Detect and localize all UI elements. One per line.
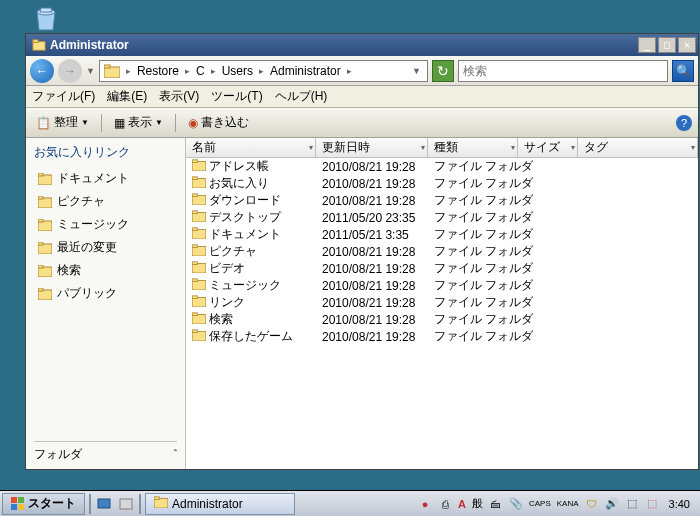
file-row[interactable]: お気に入り2010/08/21 19:28ファイル フォルダ — [186, 175, 698, 192]
nav-toolbar: ← → ▼ ▸ Restore▸ C▸ Users▸ Administrator… — [26, 56, 698, 86]
col-name[interactable]: 名前▾ — [186, 138, 316, 157]
organize-button[interactable]: 📋 整理 ▼ — [32, 112, 93, 133]
breadcrumb-part[interactable]: Administrator — [270, 64, 341, 78]
svg-rect-10 — [38, 219, 43, 222]
file-row[interactable]: ピクチャ2010/08/21 19:28ファイル フォルダ — [186, 243, 698, 260]
network-icon[interactable]: ⬚ — [645, 497, 659, 511]
folder-icon — [192, 312, 206, 327]
tray-icon[interactable]: ⎙ — [438, 497, 452, 511]
tray-icon[interactable]: 📎 — [509, 497, 523, 511]
svg-rect-18 — [192, 160, 197, 163]
sidebar-link-search[interactable]: 検索 — [34, 259, 177, 282]
folder-icon — [192, 210, 206, 225]
folder-icon — [192, 278, 206, 293]
file-row[interactable]: ミュージック2010/08/21 19:28ファイル フォルダ — [186, 277, 698, 294]
menu-view[interactable]: 表示(V) — [159, 88, 199, 105]
titlebar[interactable]: Administrator _ □ ✕ — [26, 34, 698, 56]
help-button[interactable]: ? — [676, 115, 692, 131]
security-icon[interactable]: 🛡 — [585, 497, 599, 511]
file-row[interactable]: 検索2010/08/21 19:28ファイル フォルダ — [186, 311, 698, 328]
svg-rect-32 — [192, 279, 197, 282]
file-row[interactable]: ダウンロード2010/08/21 19:28ファイル フォルダ — [186, 192, 698, 209]
file-row[interactable]: デスクトップ2011/05/20 23:35ファイル フォルダ — [186, 209, 698, 226]
folders-pane-toggle[interactable]: フォルダ ˆ — [34, 441, 177, 463]
ime-a[interactable]: A — [458, 498, 466, 510]
views-icon: ▦ — [114, 116, 125, 130]
search-box[interactable] — [458, 60, 668, 82]
sidebar-link-recent[interactable]: 最近の変更 — [34, 236, 177, 259]
svg-rect-41 — [11, 504, 17, 510]
windows-flag-icon — [11, 497, 25, 511]
file-row[interactable]: アドレス帳2010/08/21 19:28ファイル フォルダ — [186, 158, 698, 175]
search-icon — [38, 265, 52, 277]
minimize-button[interactable]: _ — [638, 37, 656, 53]
file-row[interactable]: 保存したゲーム2010/08/21 19:28ファイル フォルダ — [186, 328, 698, 345]
tray-icon[interactable]: ● — [418, 497, 432, 511]
menu-help[interactable]: ヘルプ(H) — [275, 88, 328, 105]
nav-dropdown-icon[interactable]: ▼ — [86, 66, 95, 76]
svg-rect-17 — [192, 162, 206, 171]
window-title: Administrator — [50, 38, 129, 52]
sidebar-link-music[interactable]: ミュージック — [34, 213, 177, 236]
taskbar-item-explorer[interactable]: Administrator — [145, 493, 295, 515]
pictures-icon — [38, 196, 52, 208]
file-row[interactable]: リンク2010/08/21 19:28ファイル フォルダ — [186, 294, 698, 311]
svg-rect-29 — [192, 264, 206, 273]
recycle-bin-icon[interactable] — [30, 2, 70, 32]
col-type[interactable]: 種類▾ — [428, 138, 518, 157]
maximize-button[interactable]: □ — [658, 37, 676, 53]
refresh-button[interactable]: ↻ — [432, 60, 454, 82]
forward-button[interactable]: → — [58, 59, 82, 83]
svg-rect-26 — [192, 228, 197, 231]
chevron-up-icon: ˆ — [174, 449, 177, 460]
svg-rect-23 — [192, 213, 206, 222]
menubar: ファイル(F) 編集(E) 表示(V) ツール(T) ヘルプ(H) — [26, 86, 698, 108]
col-size[interactable]: サイズ▾ — [518, 138, 578, 157]
close-button[interactable]: ✕ — [678, 37, 696, 53]
tray-icon[interactable]: 🖮 — [489, 497, 503, 511]
svg-rect-44 — [120, 499, 132, 509]
svg-rect-12 — [38, 242, 43, 245]
burn-button[interactable]: ◉ 書き込む — [184, 112, 253, 133]
file-row[interactable]: ビデオ2010/08/21 19:28ファイル フォルダ — [186, 260, 698, 277]
sidebar-link-public[interactable]: パブリック — [34, 282, 177, 305]
clock[interactable]: 3:40 — [665, 498, 694, 510]
ime-mode[interactable]: 般 — [472, 496, 483, 511]
svg-rect-28 — [192, 245, 197, 248]
svg-rect-14 — [38, 265, 43, 268]
organize-icon: 📋 — [36, 116, 51, 130]
public-icon — [38, 288, 52, 300]
volume-icon[interactable]: 🔊 — [605, 497, 619, 511]
sidebar-heading: お気に入りリンク — [34, 144, 177, 161]
kana-indicator[interactable]: KANA — [557, 499, 579, 508]
svg-rect-4 — [104, 65, 110, 68]
menu-file[interactable]: ファイル(F) — [32, 88, 95, 105]
caps-indicator[interactable]: CAPS — [529, 499, 551, 508]
quick-launch-desktop[interactable] — [95, 495, 113, 513]
window-icon — [32, 38, 46, 52]
sidebar-link-pictures[interactable]: ピクチャ — [34, 190, 177, 213]
search-go-button[interactable]: 🔍 — [672, 60, 694, 82]
svg-rect-40 — [18, 497, 24, 503]
folder-icon — [192, 193, 206, 208]
menu-tools[interactable]: ツール(T) — [211, 88, 262, 105]
breadcrumb-part[interactable]: Restore — [137, 64, 179, 78]
file-row[interactable]: ドキュメント2011/05/21 3:35ファイル フォルダ — [186, 226, 698, 243]
col-tags[interactable]: タグ▾ — [578, 138, 698, 157]
back-button[interactable]: ← — [30, 59, 54, 83]
start-button[interactable]: スタート — [2, 493, 85, 515]
folder-icon — [104, 64, 120, 78]
svg-rect-22 — [192, 194, 197, 197]
breadcrumb-part[interactable]: Users — [222, 64, 253, 78]
quick-launch-item[interactable] — [117, 495, 135, 513]
menu-edit[interactable]: 編集(E) — [107, 88, 147, 105]
tray-icon[interactable]: ⬚ — [625, 497, 639, 511]
sidebar-link-document[interactable]: ドキュメント — [34, 167, 177, 190]
search-input[interactable] — [463, 64, 663, 78]
breadcrumb-part[interactable]: C — [196, 64, 205, 78]
breadcrumb[interactable]: ▸ Restore▸ C▸ Users▸ Administrator▸ ▼ — [99, 60, 428, 82]
burn-icon: ◉ — [188, 116, 198, 130]
col-date[interactable]: 更新日時▾ — [316, 138, 428, 157]
svg-rect-42 — [18, 504, 24, 510]
views-button[interactable]: ▦ 表示 ▼ — [110, 112, 167, 133]
